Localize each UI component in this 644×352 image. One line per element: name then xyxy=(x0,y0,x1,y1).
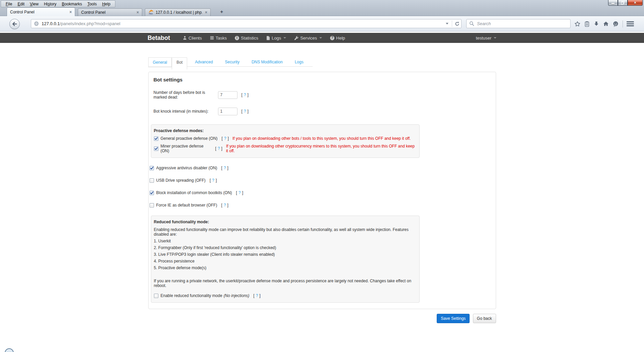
browser-tab-2[interactable]: Control Panel × xyxy=(78,8,142,16)
block-bootkits-checkbox[interactable] xyxy=(150,191,154,195)
app-menu-button[interactable] xyxy=(625,21,636,26)
nav-item-help[interactable]: ? Help xyxy=(326,33,349,43)
phpmyadmin-favicon: PMA xyxy=(148,10,154,15)
check-icon xyxy=(150,191,154,195)
file-icon xyxy=(266,36,270,40)
wrench-icon xyxy=(294,36,299,40)
menu-view[interactable]: View xyxy=(27,1,41,7)
menu-bookmarks[interactable]: Bookmarks xyxy=(59,1,85,7)
help-link[interactable]: ? xyxy=(244,93,246,97)
url-path: /panels/index.php?mod=spanel xyxy=(60,21,120,26)
nav-item-statistics[interactable]: i Statistics xyxy=(231,33,262,43)
download-icon xyxy=(593,21,599,27)
back-arrow-icon xyxy=(12,21,17,27)
browser-tab-3[interactable]: PMA 127.0.0.1 / localhost | php... × xyxy=(145,8,211,16)
browser-menubar: File Edit View History Bookmarks Tools H… xyxy=(1,0,115,7)
nav-item-logs[interactable]: Logs xyxy=(262,33,290,43)
chat-button[interactable] xyxy=(611,21,621,27)
search-bar[interactable]: Search xyxy=(466,19,571,28)
checkbox-label: Force IE as default browser (OFF) xyxy=(156,203,217,208)
minimize-button[interactable] xyxy=(608,0,618,6)
help-marker: [?] xyxy=(241,109,249,114)
help-link[interactable]: ? xyxy=(238,190,241,195)
window-controls: × xyxy=(608,0,643,6)
help-link[interactable]: ? xyxy=(244,109,246,114)
url-bar[interactable]: 127.0.0.1/panels/index.php?mod=spanel xyxy=(31,19,462,28)
knock-interval-input[interactable] xyxy=(218,108,237,115)
menu-tools[interactable]: Tools xyxy=(85,1,99,7)
disabled-feature-item: 1. Userkit xyxy=(154,239,417,243)
nav-label: Help xyxy=(336,36,345,41)
tab-advanced[interactable]: Advanced xyxy=(191,57,217,67)
warning-text: If you plan on downloading other cryptoc… xyxy=(226,144,417,153)
menu-help[interactable]: Help xyxy=(99,1,113,7)
help-link[interactable]: ? xyxy=(224,203,226,208)
checkbox-label: Aggressive antivirus disabler (ON) xyxy=(156,166,217,170)
restore-button[interactable] xyxy=(618,0,628,6)
star-icon xyxy=(574,21,581,27)
minimize-icon xyxy=(611,3,614,4)
bookmarks-list-button[interactable] xyxy=(582,21,592,27)
nav-label: Logs xyxy=(272,36,281,41)
back-button[interactable] xyxy=(9,19,20,29)
option-force-ie: Force IE as default browser (OFF) [?] xyxy=(150,203,496,208)
go-back-button[interactable]: Go back xyxy=(473,314,496,323)
nav-item-services[interactable]: Services xyxy=(290,33,326,43)
tab-security[interactable]: Security xyxy=(221,57,244,67)
check-icon xyxy=(150,166,154,170)
tab-logs[interactable]: Logs xyxy=(290,57,308,67)
tab-title: Control Panel xyxy=(10,10,67,14)
user-menu[interactable]: testuser xyxy=(476,36,496,41)
help-marker: [?] xyxy=(253,293,260,298)
tab-close-icon[interactable]: × xyxy=(137,10,139,14)
reload-icon[interactable] xyxy=(454,21,460,26)
help-link[interactable]: ? xyxy=(256,293,258,298)
reduced-functionality-description: Enabling reduced functionality mode can … xyxy=(154,227,417,237)
menu-edit[interactable]: Edit xyxy=(15,1,27,7)
home-button[interactable] xyxy=(601,21,611,27)
nav-item-clients[interactable]: Clients xyxy=(179,33,206,43)
tab-close-icon[interactable]: × xyxy=(69,10,72,14)
page-title: Bot settings xyxy=(154,77,496,82)
brand-logo[interactable]: Betabot xyxy=(148,35,170,42)
close-button[interactable]: × xyxy=(628,0,643,6)
browser-tab-1[interactable]: Control Panel × xyxy=(7,7,75,16)
help-marker: [?] xyxy=(215,146,222,151)
chevron-down-icon xyxy=(283,37,286,39)
hamburger-menu-icon xyxy=(627,21,634,26)
reduced-mode-checkbox[interactable] xyxy=(154,294,158,298)
chevron-down-icon xyxy=(319,37,322,39)
help-link[interactable]: ? xyxy=(224,166,226,170)
nav-label: Tasks xyxy=(216,36,227,41)
info-icon: i xyxy=(235,36,239,40)
tab-bot[interactable]: Bot xyxy=(172,57,187,69)
help-link[interactable]: ? xyxy=(218,146,220,151)
menu-history[interactable]: History xyxy=(41,1,59,7)
url-dropdown-icon[interactable] xyxy=(446,23,448,24)
list-icon xyxy=(210,36,214,40)
tab-general[interactable]: General xyxy=(148,57,172,67)
bookmark-star-button[interactable] xyxy=(573,21,582,27)
help-link[interactable]: ? xyxy=(224,136,226,141)
nav-item-tasks[interactable]: Tasks xyxy=(206,33,231,43)
tab-title: 127.0.0.1 / localhost | php... xyxy=(156,10,202,15)
usb-spreading-checkbox[interactable] xyxy=(150,178,154,183)
days-before-dead-input[interactable] xyxy=(218,91,237,99)
reduced-functionality-note: If you are running a private network, th… xyxy=(154,279,417,288)
force-ie-checkbox[interactable] xyxy=(150,203,154,208)
notification-bubble[interactable] xyxy=(5,348,14,352)
new-tab-button[interactable]: + xyxy=(217,9,226,15)
reduced-functionality-box: Reduced functionality mode: Enabling red… xyxy=(151,216,420,303)
chat-smiley-icon xyxy=(612,21,619,27)
menu-file[interactable]: File xyxy=(3,1,15,7)
tab-dns-modification[interactable]: DNS Modification xyxy=(247,57,287,67)
save-settings-button[interactable]: Save Settings xyxy=(437,314,470,323)
downloads-button[interactable] xyxy=(592,21,601,27)
settings-tabs: General Bot Advanced Security DNS Modifi… xyxy=(148,57,313,67)
tab-close-icon[interactable]: × xyxy=(205,10,207,14)
general-proactive-defense-checkbox[interactable] xyxy=(154,136,158,141)
miner-proactive-defense-checkbox[interactable] xyxy=(154,146,158,151)
antivirus-disabler-checkbox[interactable] xyxy=(150,166,154,170)
help-link[interactable]: ? xyxy=(212,178,214,183)
url-text: 127.0.0.1/panels/index.php?mod=spanel xyxy=(42,21,120,26)
